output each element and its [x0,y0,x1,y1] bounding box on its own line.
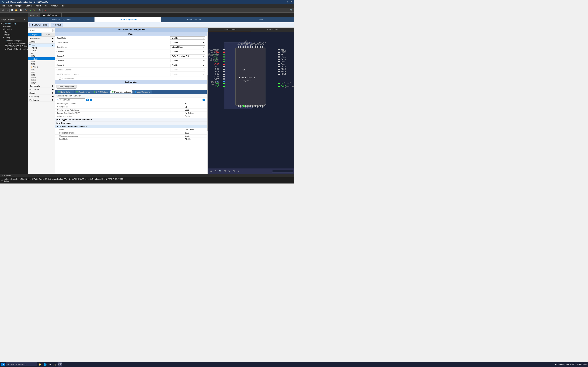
tree-item-ioc[interactable]: ⬡ nucleoL476rg.ioc [0,39,28,42]
inner-tab-dma[interactable]: DMA Settings [75,90,92,93]
clock-source-select[interactable]: Internal Clock [170,45,205,49]
tree-item-includes[interactable]: ▶ Includes [0,28,28,31]
param-search-input[interactable] [59,98,85,101]
right-tab-pinout[interactable]: 👁 Pinout view [208,28,251,32]
cat-sub-rtc[interactable]: RTC [28,52,55,55]
slave-mode-select[interactable]: Disable [170,36,205,40]
sub-tab-pinout[interactable]: ⬇ Pinout [51,23,63,27]
tree-item-drivers[interactable]: ▶ Drivers [0,33,28,36]
param-group-trgo[interactable]: ▶ ▶ Trigger Output (TRGO) Parameters [55,118,207,121]
inner-tab-nvic[interactable]: NVIC Settings [57,90,74,93]
zoom-3d-button[interactable]: ◳ [223,169,227,173]
explorer-minimize-button[interactable]: ✕ [23,17,26,21]
tree-item-core[interactable]: ▶ Core [0,31,28,33]
build-button[interactable]: 🔨 [24,8,28,12]
tree-item-binaries[interactable]: ▶ Binaries [0,25,28,28]
tab-ioc-close[interactable]: ✕ [58,14,59,16]
layout-button[interactable]: ⊞ [232,169,236,173]
tab-main-c-close[interactable]: ✕ [37,14,38,16]
menu-run[interactable]: Run [43,4,49,7]
cat-multimedia[interactable]: Multimedia ▶ [28,88,55,91]
cat-tab-az[interactable]: A->Z [42,33,55,36]
cat-tab-categories[interactable]: Categories [28,33,42,36]
xor-checkbox[interactable] [59,77,61,80]
chip-search-input[interactable] [272,170,293,173]
cat-sub-tim6[interactable]: TIM6 [28,68,55,71]
channel1-select[interactable]: Disable [170,50,205,53]
minimize-button[interactable]: ─ [283,0,285,3]
run-button[interactable]: ▶ [28,8,32,12]
debug-button[interactable]: 🐛 [33,8,36,12]
cat-security[interactable]: Security ▶ [28,91,55,95]
window-controls[interactable]: ─ □ ✕ [283,0,293,3]
tab-clock-config[interactable]: Clock Configuration [95,17,161,22]
cat-computing[interactable]: Computing ▶ [28,95,55,98]
tab-ioc[interactable]: nucleoL476rg.ioc ✕ [40,13,62,17]
cat-sub-tim5[interactable]: ⚠ TIM5 [28,66,55,68]
inner-tab-user-constants[interactable]: User Constants [133,90,152,93]
open-button[interactable]: 📂 [15,8,18,12]
right-tab-system[interactable]: ⊞ System view [251,28,294,32]
menu-help[interactable]: Help [59,4,66,7]
cat-sub-tim1[interactable]: TIM1 [28,55,55,57]
cat-analog[interactable]: Analog ▶ [28,40,55,43]
param-expand-icon[interactable]: ℹ [202,99,205,101]
tree-item-project[interactable]: ▼ ⬡ nucleoL476rg [0,22,28,25]
tree-item-debug[interactable]: ▼ Debug [0,36,28,39]
inner-tab-gpio[interactable]: GPIO Settings [92,90,110,93]
new-button[interactable]: 📄 [10,8,14,12]
tree-item-ram[interactable]: STM32L476RGTX_RAM.lc [0,48,28,50]
menu-project[interactable]: Project [34,4,42,7]
cat-sub-tim15[interactable]: TIM15 [28,76,55,79]
tree-item-debug-launch[interactable]: nucleoL476rg Debug.lau [0,42,28,45]
toolbar-search-icon[interactable]: 🔍 [289,8,293,12]
close-button[interactable]: ✕ [290,0,293,3]
tree-item-flash[interactable]: STM32L476RGTX_FLASH. [0,45,28,48]
channel4-select[interactable]: Disable [170,64,205,67]
zoom-actual-button[interactable]: ⊡ [214,169,217,173]
param-group-pwm-ch2[interactable]: ▼ ▼ PWM Generation Channel 2 [55,125,207,128]
etr-select[interactable]: Disable [170,73,205,76]
config-scrollbar[interactable] [207,32,208,174]
category-search-input[interactable] [29,29,53,32]
cat-sub-tim8[interactable]: TIM8 [28,74,55,76]
tab-main-c[interactable]: main.c ✕ [28,13,40,17]
tab-tools[interactable]: Tools [227,17,294,22]
reset-config-button[interactable]: Reset Configuration [57,85,77,89]
tab-pinout-config[interactable]: Pinout & Configuration [28,17,95,22]
menu-file[interactable]: File [1,4,7,7]
cat-middleware[interactable]: Middleware ▶ [28,98,55,102]
zoom-in-button[interactable]: 🔍 [218,169,222,173]
help-toolbar-button[interactable]: ❓ [43,8,47,12]
cat-sub-tim16[interactable]: TIM16 [28,79,55,82]
combined-channels-select[interactable]: Disable [170,68,205,71]
cat-system-core[interactable]: System Core ▶ [28,36,55,40]
filter-button[interactable]: ≡ [236,169,240,173]
rotate-button[interactable]: ↻ [227,169,231,173]
tab-project-manager[interactable]: Project Manager [161,17,227,22]
cat-sub-tim4[interactable]: TIM4 [28,63,55,66]
menu-search[interactable]: Search [24,4,33,7]
sub-tab-software-packs[interactable]: ⬇ Software Packs [29,23,49,27]
cat-sub-tim17[interactable]: TIM17 [28,82,55,84]
cat-connectivity[interactable]: Connectivity ▶ [28,84,55,88]
cat-sub-tim3[interactable]: TIM3 [28,60,55,63]
channel3-select[interactable]: Disable [170,59,205,62]
param-group-clear-input[interactable]: ▶ ▶ Clear Input [55,121,207,125]
category-settings-icon[interactable]: ⚙ [53,28,55,32]
pin-search-button[interactable]: ↓ [241,169,245,173]
cat-timers[interactable]: Timers ▼ [28,43,55,47]
inner-tab-parameters[interactable]: Parameter Settings [110,90,132,93]
cat-sub-lptim1[interactable]: LPTIM1 [28,47,55,50]
trigger-source-select[interactable]: Disable [170,41,205,44]
zoom-fit-button[interactable]: ⊕ [209,169,213,173]
save-button[interactable]: 💾 [19,8,23,12]
param-info-icon[interactable]: + [90,99,92,101]
search-toolbar-button[interactable]: 🔍 [38,8,42,12]
channel2-select[interactable]: PWM Generation CH2 [170,55,205,58]
cat-sub-tim7[interactable]: TIM7 [28,71,55,74]
cat-sub-lptim2[interactable]: LPTIM2 [28,50,55,52]
back-button[interactable]: ◁ [1,8,5,12]
forward-button[interactable]: ▷ [5,8,9,12]
menu-edit[interactable]: Edit [7,4,13,7]
